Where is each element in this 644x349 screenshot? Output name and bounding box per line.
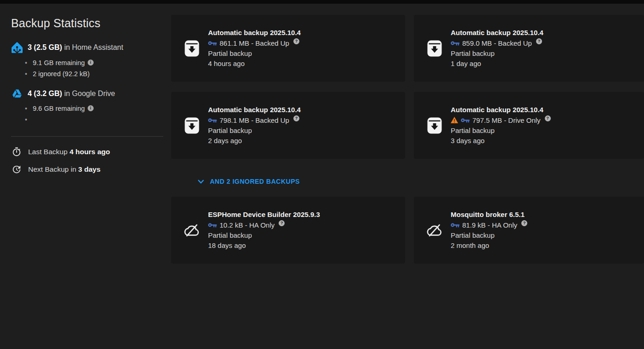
backup-age: 2 days ago (208, 136, 301, 146)
next-backup-row: Next Backup in 3 days (11, 164, 164, 174)
help-icon[interactable]: ? (293, 115, 299, 121)
panel-title: Backup Statistics (11, 17, 164, 30)
separator: - (249, 39, 255, 47)
backup-title: ESPHome Device Builder 2025.9.3 (208, 210, 320, 220)
warning-icon (451, 117, 458, 123)
drive-detail-list: 9.6 GB remainingi (25, 103, 164, 125)
ha-ignored-text: 2 ignored (92.2 kB) (33, 70, 89, 78)
ha-remaining-text: 9.1 GB remaining (33, 59, 85, 66)
backup-size: 859.0 MB (462, 39, 492, 47)
drive-backup-count: 4 (3.2 GB) (28, 90, 62, 97)
info-icon[interactable]: i (88, 105, 94, 111)
update-clock-icon (11, 164, 22, 174)
cloud-off-icon (183, 223, 201, 238)
ha-backup-count: 3 (2.5 GB) (28, 43, 62, 51)
backup-status: Backed Up (498, 39, 532, 47)
backup-card[interactable]: Automatic backup 2025.10.4 798.1 MB - Ba… (171, 92, 405, 159)
backup-age: 4 hours ago (208, 59, 301, 69)
drive-backup-location: in Google Drive (64, 90, 115, 97)
archive-arrow-down-icon (426, 117, 443, 134)
backup-type: Partial backup (451, 126, 551, 136)
ha-detail-list: 9.1 GB remainingi 2 ignored (92.2 kB)i (25, 57, 164, 79)
ignored-backups-label: AND 2 IGNORED BACKUPS (210, 178, 300, 185)
archive-arrow-down-icon (183, 40, 201, 57)
top-bar (0, 0, 644, 4)
backup-status: HA Only (492, 221, 517, 229)
backup-status: Drive Only (508, 116, 541, 124)
backup-age: 3 days ago (451, 136, 551, 146)
key-icon (451, 222, 459, 228)
list-item: 9.6 GB remainingi (25, 103, 164, 114)
backup-age: 1 day ago (451, 59, 543, 69)
backup-size: 81.9 kB (462, 221, 486, 229)
separator: - (502, 116, 508, 124)
backup-title: Automatic backup 2025.10.4 (451, 28, 543, 38)
separator: - (492, 39, 498, 47)
last-backup-row: Last Backup 4 hours ago (11, 147, 164, 157)
backup-card[interactable]: Automatic backup 2025.10.4 861.1 MB - Ba… (171, 15, 405, 82)
help-icon[interactable]: ? (545, 115, 551, 121)
next-backup-value: 3 days (78, 165, 101, 173)
google-drive-icon (11, 89, 23, 99)
backup-card-grid: Automatic backup 2025.10.4 861.1 MB - Ba… (171, 15, 644, 264)
timer-icon (11, 147, 22, 157)
separator: - (486, 221, 492, 229)
ha-backup-location: in Home Assistant (64, 43, 123, 51)
backup-type: Partial backup (208, 126, 301, 136)
list-item (25, 114, 164, 125)
key-icon (451, 40, 459, 46)
key-icon (208, 117, 217, 123)
backup-status: Backed Up (256, 39, 289, 47)
backup-title: Automatic backup 2025.10.4 (208, 28, 301, 38)
last-backup-label: Last Backup (28, 148, 67, 156)
help-icon[interactable]: ? (293, 38, 299, 44)
home-assistant-summary: 3 (2.5 GB) in Home Assistant (11, 42, 164, 53)
backup-title: Automatic backup 2025.10.4 (208, 105, 301, 115)
list-item: 2 ignored (92.2 kB)i (25, 68, 164, 79)
separator: - (249, 116, 255, 124)
list-item: 9.1 GB remainingi (25, 57, 164, 68)
info-icon[interactable]: i (88, 60, 94, 66)
backup-size: 861.1 MB (220, 39, 249, 47)
backup-card[interactable]: Automatic backup 2025.10.4 859.0 MB - Ba… (414, 15, 644, 82)
archive-arrow-down-icon (183, 117, 201, 134)
backup-statistics-panel: Backup Statistics 3 (2.5 GB) in Home Ass… (11, 17, 164, 182)
cloud-off-icon (426, 223, 443, 238)
backup-status: Backed Up (256, 116, 289, 124)
backup-age: 18 days ago (208, 241, 320, 251)
chevron-down-icon (197, 179, 204, 184)
help-icon[interactable]: ? (521, 220, 527, 226)
help-icon[interactable]: ? (279, 220, 285, 226)
sidebar-divider (11, 136, 163, 137)
archive-arrow-down-icon (426, 40, 443, 57)
last-backup-value: 4 hours ago (70, 148, 110, 156)
separator: - (243, 221, 249, 229)
backup-size: 797.5 MB (472, 116, 502, 124)
ignored-backups-toggle[interactable]: AND 2 IGNORED BACKUPS (171, 176, 644, 187)
drive-remaining-text: 9.6 GB remaining (33, 105, 85, 112)
help-icon[interactable]: ? (536, 38, 542, 44)
key-icon (461, 117, 470, 123)
backup-type: Partial backup (208, 48, 301, 59)
backup-size: 10.2 kB (220, 221, 243, 229)
google-drive-summary: 4 (3.2 GB) in Google Drive (11, 89, 164, 99)
backup-age: 2 month ago (451, 241, 527, 251)
backup-type: Partial backup (451, 230, 527, 241)
backup-card[interactable]: Mosquitto broker 6.5.1 81.9 kB - HA Only… (414, 197, 644, 264)
backup-type: Partial backup (208, 230, 320, 241)
key-icon (208, 222, 217, 228)
backup-status: HA Only (249, 221, 274, 229)
backup-card[interactable]: Automatic backup 2025.10.4 797.5 MB - Dr… (414, 92, 644, 159)
backup-title: Automatic backup 2025.10.4 (451, 105, 551, 115)
home-assistant-icon (11, 42, 23, 53)
backup-size: 798.1 MB (220, 116, 249, 124)
backup-type: Partial backup (451, 48, 543, 59)
next-backup-label: Next Backup in (28, 165, 76, 173)
backup-card[interactable]: ESPHome Device Builder 2025.9.3 10.2 kB … (171, 197, 405, 264)
key-icon (208, 40, 217, 46)
backup-title: Mosquitto broker 6.5.1 (451, 210, 527, 220)
